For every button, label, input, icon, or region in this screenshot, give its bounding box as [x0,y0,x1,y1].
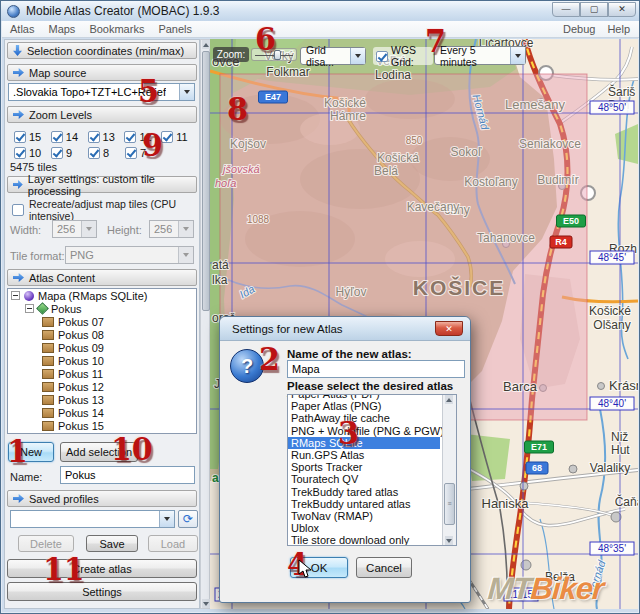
map-tile-icon [42,317,54,327]
name-input[interactable] [60,466,195,484]
zoom-level-14: 14 [51,129,88,144]
maximize-button[interactable]: ▢ [580,2,608,17]
dialog-title: Settings for new Atlas [232,323,343,335]
zoom-level-checkbox-12[interactable] [124,131,136,143]
svg-text:KOŠICE: KOŠICE [413,276,506,299]
format-option[interactable]: Paper Atlas (PNG) [288,400,440,412]
zoom-level-checkbox-7[interactable] [125,147,137,159]
format-option[interactable]: TrekBuddy tared atlas [288,486,440,498]
load-profile-button[interactable]: Load [148,535,198,552]
minimize-button[interactable]: — [552,2,580,17]
settings-button[interactable]: Settings [7,582,197,601]
wgs-grid-checkbox[interactable] [376,51,388,62]
zoom-level-checkbox-9[interactable] [51,147,63,159]
zoom-level-13: 13 [88,129,125,144]
section-zoom-levels[interactable]: Zoom Levels [7,106,197,123]
annotation-number-9: 9 [142,130,163,162]
atlas-format-list[interactable]: Paper Atlas (PDF)Paper Atlas (PNG)PathAw… [287,394,457,546]
format-option[interactable]: Run.GPS Atlas [288,449,440,461]
zoom-level-checkbox-14[interactable] [51,131,63,143]
tree-map-item[interactable]: Pokus 12 [8,380,196,393]
svg-text:Lodina: Lodina [375,68,411,82]
svg-text:Tahanovce: Tahanovce [477,231,535,245]
sidebar-scrollbar[interactable] [200,39,210,609]
dropdown-arrow-icon[interactable] [350,48,365,64]
dialog-close-button[interactable]: ✕ [435,321,463,336]
tree-map-item[interactable]: Pokus 15 [8,419,196,432]
zoom-level-label: 13 [103,131,115,143]
window-title: Mobile Atlas Creator (MOBAC) 1.9.3 [26,4,219,18]
format-option[interactable]: PathAway tile cache [288,412,440,424]
atlas-name-input[interactable] [287,360,465,378]
delete-profile-button[interactable]: Delete [18,535,74,552]
collapse-expander-icon[interactable] [11,291,20,300]
tree-map-item[interactable]: Pokus 08 [8,328,196,341]
tree-root-row[interactable]: Mapa (RMaps SQLite) [8,289,196,302]
tree-map-item[interactable]: Pokus 10 [8,354,196,367]
scroll-down-icon[interactable] [445,536,453,545]
section-atlas-content[interactable]: Atlas Content [7,269,197,286]
format-option[interactable]: TwoNav (RMAP) [288,510,440,522]
profiles-dropdown[interactable] [10,510,175,528]
format-option[interactable]: Sports Tracker [288,461,440,473]
zoom-level-checkbox-15[interactable] [14,131,26,143]
section-layer-settings[interactable]: Layer settings: custom tile processing [7,176,197,193]
map-source-dropdown[interactable]: .Slovakia Topo+TZT+LC+Relief [8,83,195,101]
scrollbar-thumb[interactable]: ≡ [444,483,455,525]
tile-format-dropdown[interactable]: PNG [65,246,194,264]
zoom-level-checkbox-10[interactable] [14,147,26,159]
section-selection-coordinates[interactable]: Selection coordinates (min/max) [7,42,197,59]
atlas-content-tree[interactable]: Mapa (RMaps SQLite) Pokus Pokus 07Pokus … [7,288,197,434]
collapse-expander-icon[interactable] [25,304,34,313]
dropdown-arrow-icon[interactable] [510,47,525,64]
tree-map-item[interactable]: Pokus 13 [8,393,196,406]
menu-panels[interactable]: Panels [158,23,192,35]
svg-text:1088: 1088 [247,214,270,225]
section-map-source[interactable]: Map source [7,64,197,81]
menu-help[interactable]: Help [607,23,630,35]
recreate-tiles-checkbox[interactable] [12,204,24,216]
annotation-number-2: 2 [259,344,280,376]
menu-maps[interactable]: Maps [48,23,75,35]
menu-debug[interactable]: Debug [563,23,595,35]
map-tile-icon [42,408,54,418]
dialog-title-bar[interactable]: Settings for new Atlas [220,317,470,341]
zoom-level-checkbox-13[interactable] [88,131,100,143]
close-button[interactable]: ✕ [608,2,636,17]
refresh-profiles-button[interactable]: ⟳ [178,510,198,528]
create-atlas-button[interactable]: Create atlas [7,559,197,578]
grid-interval-dropdown[interactable]: Every 5 minutes [434,46,526,65]
dropdown-arrow-icon[interactable] [179,84,194,100]
scroll-down-icon[interactable] [202,599,210,608]
menu-bookmarks[interactable]: Bookmarks [89,23,144,35]
cancel-button[interactable]: Cancel [356,557,412,578]
format-option[interactable]: RMaps SQLite [288,437,440,449]
format-option[interactable]: TrekBuddy untared atlas [288,498,440,510]
section-saved-profiles[interactable]: Saved profiles [7,490,197,507]
scroll-up-icon[interactable] [202,40,210,49]
zoom-level-checkbox-8[interactable] [88,147,100,159]
tree-map-item[interactable]: Pokus 14 [8,406,196,419]
dropdown-arrow-icon[interactable] [159,511,174,527]
format-option[interactable]: PNG + Worldfile (PNG & PGW) [288,425,440,437]
scroll-up-icon[interactable] [445,395,453,404]
tree-layer-row[interactable]: Pokus [8,302,196,315]
tree-map-item[interactable]: Pokus 11 [8,367,196,380]
format-option[interactable]: Touratech QV [288,473,440,485]
annotation-number-10: 10 [111,434,153,466]
format-option[interactable]: Ublox [288,522,440,534]
format-list-scrollbar[interactable]: ≡ [442,395,456,545]
tree-map-item[interactable]: Pokus 09 [8,341,196,354]
zoom-levels-row1: 1514131211 [14,129,198,144]
format-option[interactable]: Tile store download only [288,534,440,546]
svg-text:48°45': 48°45' [598,252,626,263]
zoom-level-10: 10 [14,145,51,160]
menu-atlas[interactable]: Atlas [10,23,34,35]
grid-mode-dropdown[interactable]: Grid disa... [300,47,366,65]
tree-map-item[interactable]: Pokus 07 [8,315,196,328]
save-profile-button[interactable]: Save [86,535,138,552]
height-dropdown[interactable]: 256 [149,220,194,238]
scrollbar-thumb[interactable] [202,51,210,311]
zoom-level-label: 11 [176,131,187,143]
width-dropdown[interactable]: 256 [52,220,97,238]
